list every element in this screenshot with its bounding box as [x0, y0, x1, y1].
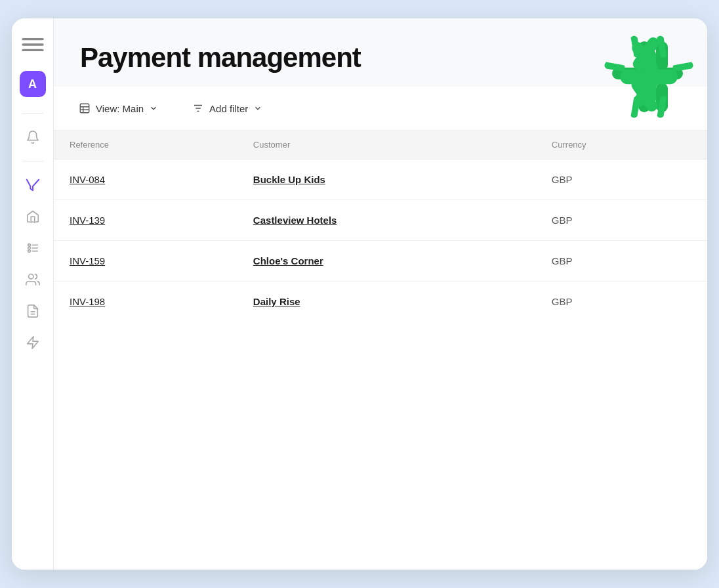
table-row: INV-084Buckle Up KidsGBP [54, 159, 707, 200]
svg-rect-25 [80, 104, 89, 113]
filter-label: Add filter [209, 103, 248, 114]
payments-table: Reference Customer Currency INV-084Buckl… [54, 131, 707, 322]
invoice-reference[interactable]: INV-198 [70, 296, 105, 307]
col-reference: Reference [54, 131, 237, 159]
sidebar: A [12, 18, 54, 570]
sidebar-divider-2 [22, 161, 43, 161]
invoice-reference[interactable]: INV-139 [70, 215, 105, 226]
currency-value: GBP [536, 282, 707, 322]
table-row: INV-198Daily RiseGBP [54, 282, 707, 322]
view-label: View: Main [96, 103, 144, 114]
user-avatar[interactable]: A [20, 71, 46, 97]
filter-icon[interactable] [20, 172, 46, 198]
svg-point-19 [28, 250, 30, 253]
bolt-icon[interactable] [20, 329, 46, 356]
add-filter-button[interactable]: Add filter [183, 97, 272, 119]
filter-lines-icon [192, 102, 204, 114]
view-chevron-icon [149, 104, 158, 113]
table-row: INV-159Chloe's CornerGBP [54, 241, 707, 282]
svg-marker-24 [27, 337, 38, 348]
home-icon[interactable] [20, 203, 46, 230]
page-title: Payment management [80, 42, 681, 74]
sidebar-divider [22, 113, 43, 114]
table-icon [79, 102, 91, 114]
currency-value: GBP [536, 159, 707, 200]
svg-point-17 [28, 247, 30, 249]
currency-value: GBP [536, 241, 707, 282]
document-icon[interactable] [20, 298, 46, 324]
table-row: INV-139Castleview HotelsGBP [54, 200, 707, 241]
customer-name[interactable]: Buckle Up Kids [253, 174, 325, 185]
col-customer: Customer [237, 131, 536, 159]
svg-point-15 [28, 244, 30, 247]
invoice-reference[interactable]: INV-159 [70, 255, 105, 266]
customer-name[interactable]: Daily Rise [253, 296, 300, 307]
col-currency: Currency [536, 131, 707, 159]
customer-name[interactable]: Chloe's Corner [253, 255, 323, 266]
team-icon[interactable] [20, 266, 46, 293]
brand-logo [600, 28, 698, 126]
currency-value: GBP [536, 200, 707, 241]
filter-chevron-icon [253, 104, 262, 113]
view-selector-button[interactable]: View: Main [70, 97, 167, 119]
app-container: A [12, 18, 707, 570]
checklist-icon[interactable] [20, 235, 46, 261]
notification-icon[interactable] [20, 124, 46, 150]
table-header-row: Reference Customer Currency [54, 131, 707, 159]
content-area: View: Main Add filter [54, 87, 707, 570]
customer-name[interactable]: Castleview Hotels [253, 215, 337, 226]
menu-icon[interactable] [20, 32, 46, 58]
svg-point-21 [28, 274, 33, 279]
invoice-reference[interactable]: INV-084 [70, 174, 105, 185]
table-container: Reference Customer Currency INV-084Buckl… [54, 131, 707, 570]
